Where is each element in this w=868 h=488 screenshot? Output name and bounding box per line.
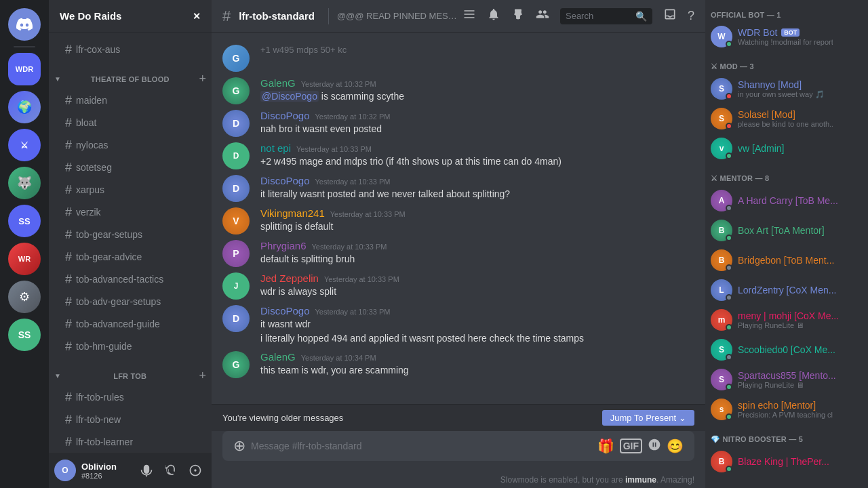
channel-item-maiden[interactable]: #maiden xyxy=(54,89,206,111)
message-input-field[interactable] xyxy=(251,434,592,458)
mute-button[interactable] xyxy=(136,460,157,481)
avatar-jedzeppelin: J xyxy=(222,272,250,300)
discord-logo-button[interactable] xyxy=(8,8,41,41)
member-name-shannyo: Shannyo [Mod] xyxy=(738,79,863,90)
server-icon-3[interactable]: 🐺 xyxy=(8,167,41,199)
message-author-discopogo3[interactable]: DiscoPogo xyxy=(260,305,310,317)
hash-icon: # xyxy=(65,317,72,331)
message-input-add-button[interactable]: ⊕ xyxy=(233,437,245,455)
bell-icon[interactable] xyxy=(487,7,500,24)
member-item-blazeking[interactable]: B Blaze King | ThePer... xyxy=(705,447,868,476)
member-category-nitro-booster: 💎 NITRO BOOSTER — 5 xyxy=(705,424,868,447)
message-author-galeng[interactable]: GalenG xyxy=(260,77,296,89)
member-info-shannyo: Shannyo [Mod] in your own sweet way 🎵 xyxy=(738,79,863,99)
channel-item-lfr-tob-new[interactable]: #lfr-tob-new xyxy=(54,409,206,430)
message-content-notepi: not epi Yesterday at 10:33 PM +2 w495 ma… xyxy=(260,142,694,169)
message-author-vikingman[interactable]: Vikingman241 xyxy=(260,207,325,219)
message-author-notepi[interactable]: not epi xyxy=(260,142,291,154)
deafen-button[interactable] xyxy=(160,460,182,481)
member-item-boxart[interactable]: B Box Art [ToA Mentor] xyxy=(705,216,868,245)
main-content: # lfr-tob-standard @@@ READ PINNED MESSA… xyxy=(212,0,705,488)
inbox-icon[interactable] xyxy=(663,7,677,24)
pin-icon[interactable] xyxy=(511,7,525,24)
message-content-discopogo-3: DiscoPogo Yesterday at 10:33 PM it wasnt… xyxy=(260,305,694,346)
message-author-galeng2[interactable]: GalenG xyxy=(260,351,296,363)
search-icon: 🔍 xyxy=(635,11,647,22)
channel-item-lfr-cox-aus[interactable]: # lfr-cox-aus xyxy=(54,39,206,60)
right-panel: OFFICIAL BOT — 1 W WDR Bot BOT Watching … xyxy=(705,0,868,488)
channel-item-tob-hm-guide[interactable]: #tob-hm-guide xyxy=(54,336,206,357)
hash-header-icon[interactable] xyxy=(462,7,476,24)
sticker-icon[interactable] xyxy=(648,438,661,455)
channel-item-nylocas[interactable]: #nylocas xyxy=(54,134,206,156)
message-text: this team is wdr, you are scamming xyxy=(260,364,694,377)
member-item-bridgebon[interactable]: B Bridgebon [ToB Ment... xyxy=(705,245,868,275)
gif-icon[interactable]: GIF xyxy=(620,439,642,453)
message-header: Vikingman241 Yesterday at 10:33 PM xyxy=(260,207,694,219)
member-name-meny: meny | mohji [CoX Me... xyxy=(738,310,863,321)
server-icon-1[interactable]: 🌍 xyxy=(8,91,41,123)
member-item-vw[interactable]: v vw [Admin] xyxy=(705,134,868,163)
category-lfr-tob[interactable]: ▼ LFR TOB + xyxy=(49,358,212,386)
member-item-spinecho[interactable]: s spin echo [Mentor] Precision: A PVM te… xyxy=(705,394,868,424)
member-item-ahardcarry[interactable]: A A Hard Carry [ToB Me... xyxy=(705,186,868,216)
category-theatre-of-blood[interactable]: ▼ THEATRE OF BLOOD + xyxy=(49,61,212,89)
channel-item-lfr-tob-learner[interactable]: #lfr-tob-learner xyxy=(54,431,206,453)
server-icon-2[interactable]: ⚔ xyxy=(8,129,41,161)
channel-item-tob-gear-setups[interactable]: #tob-gear-setups xyxy=(54,224,206,245)
messages-container[interactable]: G +1 w495 mdps 50+ kc G GalenG Yesterday… xyxy=(212,33,705,404)
search-bar[interactable]: Search 🔍 xyxy=(560,8,652,24)
server-icon-5[interactable]: WR xyxy=(8,243,41,275)
message-author-phrygian[interactable]: Phrygian6 xyxy=(260,240,307,251)
help-icon[interactable]: ? xyxy=(688,9,694,23)
channel-item-verzik[interactable]: #verzik xyxy=(54,201,206,223)
server-icon-7[interactable]: SS xyxy=(8,319,41,351)
server-icon-4[interactable]: SS xyxy=(8,205,41,237)
emoji-icon[interactable]: 😊 xyxy=(667,438,684,454)
member-item-meny[interactable]: m meny | mohji [CoX Me... Playing RuneLi… xyxy=(705,305,868,335)
channel-item-lfr-tob-rules[interactable]: #lfr-tob-rules xyxy=(54,386,206,408)
hash-icon: # xyxy=(65,161,72,175)
status-dot-solasel xyxy=(726,123,732,129)
member-name-blazeking: Blaze King | ThePer... xyxy=(738,456,863,467)
member-item-spartacus855[interactable]: S Spartacus855 [Mento... Playing RuneLit… xyxy=(705,365,868,394)
member-subtext-spartacus855: Playing RuneLite 🖥 xyxy=(738,381,833,389)
channel-item-sotetseg[interactable]: #sotetseg xyxy=(54,157,206,178)
message-timestamp: Yesterday at 10:33 PM xyxy=(312,243,387,251)
server-icon-we-do-raids[interactable]: WDR xyxy=(8,53,41,85)
status-dot-boxart xyxy=(726,235,732,241)
server-header[interactable]: We Do Raids ✕ xyxy=(49,0,212,33)
message-author-jedzeppelin[interactable]: Jed Zeppelin xyxy=(260,272,319,284)
category-add-icon[interactable]: + xyxy=(199,72,206,86)
message-author-discopogo[interactable]: DiscoPogo xyxy=(260,110,310,121)
message-timestamp: Yesterday at 10:33 PM xyxy=(315,178,391,186)
member-item-wdr-bot[interactable]: W WDR Bot BOT Watching !modmail for repo… xyxy=(705,22,868,52)
hash-icon: # xyxy=(65,94,72,108)
member-item-solasel[interactable]: S Solasel [Mod] please be kind to one an… xyxy=(705,104,868,134)
channel-item-xarpus[interactable]: #xarpus xyxy=(54,179,206,201)
gift-icon[interactable]: 🎁 xyxy=(597,438,614,454)
members-icon[interactable] xyxy=(536,7,549,24)
slowmode-text: Slowmode is enabled, but you are immune.… xyxy=(500,475,694,485)
message-timestamp: Yesterday at 10:32 PM xyxy=(301,80,376,88)
channel-item-tob-gear-advice[interactable]: #tob-gear-advice xyxy=(54,246,206,268)
category-add-icon[interactable]: + xyxy=(199,369,206,383)
message-author-discopogo2[interactable]: DiscoPogo xyxy=(260,175,310,186)
member-item-scoobiedo0[interactable]: S Scoobiedo0 [CoX Me... xyxy=(705,335,868,365)
member-item-shannyo[interactable]: S Shannyo [Mod] in your own sweet way 🎵 xyxy=(705,74,868,104)
message-content-discopogo-2: DiscoPogo Yesterday at 10:33 PM it liter… xyxy=(260,175,694,202)
member-info-ahardcarry: A Hard Carry [ToB Me... xyxy=(738,195,863,206)
avatar-galeng-2: G xyxy=(222,351,250,378)
channel-item-tob-advanced-tactics[interactable]: #tob-advanced-tactics xyxy=(54,268,206,290)
channel-header-divider xyxy=(328,8,329,24)
channel-item-bloat[interactable]: #bloat xyxy=(54,112,206,134)
channel-item-tob-adv-gear-setups[interactable]: #tob-adv-gear-setups xyxy=(54,291,206,312)
member-item-lordzentry[interactable]: L LordZentry [CoX Men... xyxy=(705,275,868,305)
message-content-phrygian: Phrygian6 Yesterday at 10:33 PM default … xyxy=(260,240,694,267)
server-icon-6[interactable]: ⚙ xyxy=(8,281,41,313)
channel-item-tob-advanced-guide[interactable]: #tob-advanced-guide xyxy=(54,313,206,335)
status-dot-bridgebon xyxy=(726,264,732,271)
jump-to-present-button[interactable]: Jump To Present ⌄ xyxy=(602,410,694,426)
message-content-galeng-2: GalenG Yesterday at 10:34 PM this team i… xyxy=(260,351,694,378)
settings-button[interactable] xyxy=(184,460,206,481)
